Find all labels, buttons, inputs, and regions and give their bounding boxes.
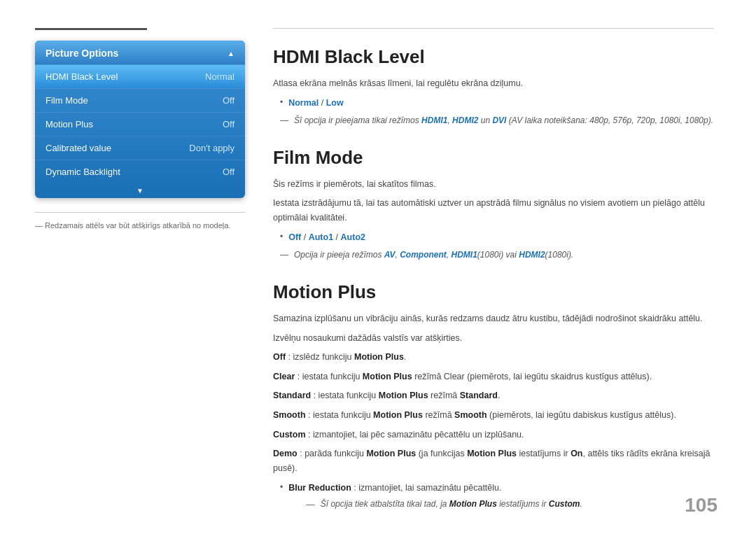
menu-item-hdmi-black-level[interactable]: HDMI Black Level Normal — [35, 64, 245, 88]
option-auto2: Auto2 — [341, 232, 365, 242]
menu-item-label: Film Mode — [46, 95, 88, 106]
main-content: HDMI Black Level Atlasa ekrāna melnās kr… — [273, 28, 721, 513]
film-bullet-options: • Off / Auto1 / Auto2 — [280, 230, 714, 244]
sidebar-top-line — [35, 28, 147, 30]
option-off: Off — [288, 232, 301, 242]
bullet-dot: • — [280, 230, 283, 244]
section-motion-plus: Motion Plus Samazina izplūšanu un vibrāc… — [273, 281, 714, 513]
dash-icon: ― — [280, 114, 288, 127]
bullet-dot: • — [280, 481, 283, 494]
blur-reduction-content: Blur Reduction : izmantojiet, lai samazi… — [288, 481, 582, 514]
menu-item-label: Dynamic Backlight — [46, 167, 120, 177]
option-auto1: Auto1 — [309, 232, 333, 242]
section-body-hdmi: Atlasa ekrāna melnās krāsas līmeni, lai … — [273, 76, 714, 127]
page-number: 105 — [685, 494, 718, 517]
hdmi-note-text: Šī opcija ir pieejama tikai režīmos HDMI… — [294, 114, 713, 127]
dash-icon: ― — [280, 248, 288, 262]
film-note-text: Opcija ir pieeja režīmos AV, Component, … — [294, 248, 573, 262]
menu-item-value: Don't apply — [189, 143, 234, 153]
hdmi-intro: Atlasa ekrāna melnās krāsas līmeni, lai … — [273, 76, 714, 91]
section-title-hdmi: HDMI Black Level — [273, 46, 714, 68]
menu-item-label: Calibrated value — [46, 143, 111, 153]
motion-standard-line: Standard : iestata funkciju Motion Plus … — [273, 388, 714, 403]
motion-custom-line: Custom : izmantojiet, lai pēc samazinātu… — [273, 428, 714, 442]
top-divider — [273, 28, 714, 29]
menu-item-value: Off — [223, 95, 234, 106]
motion-clear-line: Clear : iestata funkciju Motion Plus rež… — [273, 370, 714, 384]
menu-item-calibrated-value[interactable]: Calibrated value Don't apply — [35, 136, 245, 160]
section-title-film: Film Mode — [273, 147, 714, 169]
menu-item-label: Motion Plus — [46, 119, 93, 129]
motion-demo-line: Demo : parāda funkciju Motion Plus (ja f… — [273, 447, 714, 475]
picture-options-box: Picture Options ▲ HDMI Black Level Norma… — [35, 41, 245, 198]
blur-label: Blur Reduction — [288, 483, 351, 493]
hdmi-bullet-normal-low: • Normal / Low — [280, 96, 714, 110]
hdmi-options: Normal / Low — [288, 96, 344, 110]
section-hdmi-black-level: HDMI Black Level Atlasa ekrāna melnās kr… — [273, 46, 714, 127]
po-header-title: Picture Options — [46, 48, 118, 59]
section-title-motion: Motion Plus — [273, 281, 714, 303]
motion-para-2: Izvēlņu nosaukumi dažādās valstīs var at… — [273, 331, 714, 346]
section-film-mode: Film Mode Šis režīms ir piemērots, lai s… — [273, 147, 714, 262]
film-options: Off / Auto1 / Auto2 — [288, 230, 365, 244]
chevron-up-icon: ▲ — [227, 50, 234, 57]
menu-item-dynamic-backlight[interactable]: Dynamic Backlight Off — [35, 160, 245, 183]
film-para-1: Šis režīms ir piemērots, lai skatītos fi… — [273, 177, 714, 192]
sidebar: Picture Options ▲ HDMI Black Level Norma… — [35, 28, 245, 513]
option-normal: Normal — [288, 98, 318, 108]
menu-item-value: Normal — [205, 71, 234, 82]
separator: / — [321, 98, 326, 108]
po-header: Picture Options ▲ — [35, 41, 245, 64]
menu-item-value: Off — [223, 167, 234, 177]
sep: / — [304, 232, 309, 242]
blur-note-text: Šī opcija tiek atbalstīta tikai tad, ja … — [321, 498, 582, 511]
section-body-film: Šis režīms ir piemērots, lai skatītos fi… — [273, 177, 714, 262]
option-low: Low — [326, 98, 344, 108]
hdmi-note: ― Šī opcija ir pieejama tikai režīmos HD… — [280, 114, 714, 127]
bullet-dot: • — [280, 96, 283, 109]
blur-note: ― Šī opcija tiek atbalstīta tikai tad, j… — [306, 498, 582, 512]
sidebar-note: ― Redzamais attēls var būt atšķirīgs atk… — [35, 212, 245, 230]
motion-smooth-line: Smooth : iestata funkciju Motion Plus re… — [273, 408, 714, 423]
motion-para-1: Samazina izplūšanu un vibrāciju ainās, k… — [273, 311, 714, 326]
blur-text: : izmantojiet, lai samazinātu pēcattēlu. — [354, 483, 501, 493]
menu-item-film-mode[interactable]: Film Mode Off — [35, 88, 245, 112]
motion-off-line: Off : izslēdz funkciju Motion Plus. — [273, 350, 714, 365]
section-body-motion: Samazina izplūšanu un vibrāciju ainās, k… — [273, 311, 714, 513]
sep: / — [336, 232, 341, 242]
film-para-2: Iestata izstrādājumu tā, lai tas automāt… — [273, 196, 714, 225]
menu-item-label: HDMI Black Level — [46, 71, 118, 82]
film-note: ― Opcija ir pieeja režīmos AV, Component… — [280, 248, 714, 262]
dash-icon: ― — [306, 498, 315, 512]
menu-item-motion-plus[interactable]: Motion Plus Off — [35, 112, 245, 136]
chevron-down-icon: ▼ — [35, 183, 245, 198]
blur-reduction-bullet: • Blur Reduction : izmantojiet, lai sama… — [280, 481, 714, 514]
menu-item-value: Off — [223, 119, 234, 129]
